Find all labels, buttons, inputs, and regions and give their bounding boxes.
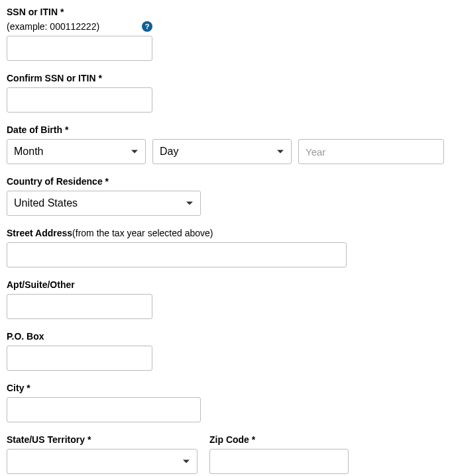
country-group: Country of Residence * United States [7, 176, 445, 216]
zip-label: Zip Code * [209, 434, 255, 445]
confirm-ssn-label: Confirm SSN or ITIN * [7, 73, 102, 83]
zip-input[interactable] [209, 449, 349, 474]
help-icon[interactable]: ? [142, 21, 152, 32]
day-select[interactable]: Day [152, 139, 292, 164]
apt-group: Apt/Suite/Other [7, 279, 445, 319]
street-group: Street Address (from the tax year select… [7, 228, 445, 267]
zip-group: Zip Code * [209, 434, 349, 474]
street-note: (from the tax year selected above) [72, 228, 213, 238]
year-input[interactable] [298, 139, 444, 164]
dob-label: Date of Birth * [7, 124, 68, 135]
country-select[interactable]: United States [7, 191, 201, 216]
day-select-value: Day [152, 139, 292, 164]
ssn-label: SSN or ITIN * [7, 7, 64, 17]
ssn-input[interactable] [7, 36, 152, 61]
month-select-value: Month [7, 139, 146, 164]
city-input[interactable] [7, 397, 201, 422]
apt-input[interactable] [7, 294, 152, 319]
dob-group: Date of Birth * Month Day [7, 124, 445, 164]
state-label: State/US Territory * [7, 434, 91, 445]
city-group: City * [7, 383, 445, 422]
pobox-input[interactable] [7, 346, 152, 371]
country-select-value: United States [7, 191, 201, 216]
city-label: City * [7, 383, 30, 393]
state-select-value [7, 449, 198, 474]
pobox-label: P.O. Box [7, 331, 44, 342]
state-select[interactable] [7, 449, 198, 474]
confirm-ssn-group: Confirm SSN or ITIN * [7, 73, 445, 113]
street-label: Street Address [7, 228, 72, 238]
ssn-example: (example: 000112222) [7, 21, 99, 32]
pobox-group: P.O. Box [7, 331, 445, 371]
state-group: State/US Territory * [7, 434, 198, 474]
month-select[interactable]: Month [7, 139, 146, 164]
ssn-group: SSN or ITIN * (example: 000112222) ? [7, 7, 445, 61]
apt-label: Apt/Suite/Other [7, 279, 75, 290]
country-label: Country of Residence * [7, 176, 109, 187]
confirm-ssn-input[interactable] [7, 87, 152, 113]
street-input[interactable] [7, 242, 347, 267]
